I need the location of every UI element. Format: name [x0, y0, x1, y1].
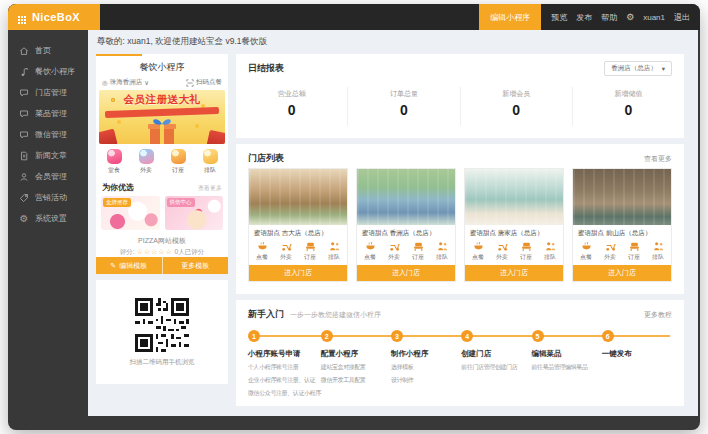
qr-caption: 扫描二维码用手机浏览 [130, 358, 195, 367]
category-reserve[interactable]: 订座 [162, 149, 194, 175]
sidebar-item-restaurant-miniprogram[interactable]: 餐饮小程序 [8, 61, 88, 82]
bowl-icon [365, 241, 376, 252]
guide-subtitle: 一步一步教您搭建微信小程序 [290, 310, 381, 320]
step-circle: 1 [248, 330, 260, 342]
service-order[interactable]: 点餐 [466, 241, 490, 262]
sidebar-item-news-articles[interactable]: 新闻文章 [8, 145, 88, 166]
more-templates-button[interactable]: 更多模板 [163, 257, 229, 274]
enter-store-button[interactable]: 进入门店 [357, 265, 455, 281]
sidebar-item-wechat-management[interactable]: 微信管理 [8, 124, 88, 145]
category-dine-in[interactable]: 堂食 [98, 149, 130, 175]
edit-template-button[interactable]: ✎ 编辑模板 [96, 257, 163, 274]
service-order[interactable]: 点餐 [574, 241, 598, 262]
guide-more-link[interactable]: 更多教程 [644, 310, 672, 320]
location-pin-icon: ◎ [102, 79, 108, 87]
service-label: 外卖 [382, 253, 406, 262]
daily-report-card: 日结报表 香洲店（总店） ▾ 营业总额 0 订单总量 0 新增会员 0 [236, 54, 684, 138]
service-delivery[interactable]: 外卖 [490, 241, 514, 262]
picks-header: 为你优选 查看更多 [96, 178, 228, 196]
chat-bubble-icon [19, 130, 29, 140]
enter-store-button[interactable]: 进入门店 [573, 265, 671, 281]
enter-store-button[interactable]: 进入门店 [465, 265, 563, 281]
location-selector[interactable]: ◎ 珠海香洲店 ∨ [102, 78, 149, 87]
sidebar-item-store-management[interactable]: 门店管理 [8, 82, 88, 103]
stat-new-deposits: 新增储值 0 [573, 87, 684, 126]
sidebar-item-dish-management[interactable]: 菜品管理 [8, 103, 88, 124]
service-row: 点餐 外卖 订座 排队 [573, 239, 671, 265]
sidebar-item-label: 微信管理 [35, 129, 67, 140]
step-items: 个人小程序账号注册 企业小程序账号注册、认证 微信公众号注册、认证小程序 [248, 363, 321, 398]
top-nav: 预览 发布 帮助 ⚙ xuan1 退出 [541, 4, 700, 30]
category-label: 堂食 [98, 166, 130, 175]
sidebar-item-marketing[interactable]: 营销活动 [8, 187, 88, 208]
guide-header: 新手入门 一步一步教您搭建微信小程序 更多教程 [236, 300, 684, 321]
category-queue[interactable]: 排队 [194, 149, 226, 175]
step-item: 选择模板 [391, 363, 461, 372]
service-order[interactable]: 点餐 [250, 241, 274, 262]
sidebar-item-member-management[interactable]: 会员管理 [8, 166, 88, 187]
scan-label: 扫码点餐 [196, 78, 222, 87]
service-queue[interactable]: 排队 [538, 241, 562, 262]
service-reserve[interactable]: 订座 [622, 241, 646, 262]
report-title: 日结报表 [248, 62, 284, 75]
service-label: 外卖 [274, 253, 298, 262]
queue-icon [545, 241, 556, 252]
pick-card[interactable]: 金牌推荐 [101, 196, 160, 230]
store-name: 蜜语甜点 吉大店（总店） [249, 225, 347, 239]
category-label: 外卖 [130, 166, 162, 175]
fruit-tea-icon [171, 149, 186, 164]
scooter-icon [389, 241, 400, 252]
step-item: 企业小程序账号注册、认证 [248, 376, 321, 385]
stat-orders: 订单总量 0 [348, 87, 460, 126]
app-window: NiceBoX 编辑小程序 预览 发布 帮助 ⚙ xuan1 退出 首页 餐饮小… [8, 4, 700, 430]
enter-store-button[interactable]: 进入门店 [249, 265, 347, 281]
home-icon [19, 46, 29, 56]
sidebar-item-home[interactable]: 首页 [8, 40, 88, 61]
store-filter-dropdown[interactable]: 香洲店（总店） ▾ [604, 61, 672, 76]
pick-card[interactable]: 烘焙中心 [165, 196, 224, 230]
service-delivery[interactable]: 外卖 [382, 241, 406, 262]
service-reserve[interactable]: 订座 [298, 241, 322, 262]
step-title: 一键发布 [602, 349, 672, 359]
username[interactable]: xuan1 [643, 13, 665, 22]
phone-location-row: ◎ 珠海香洲店 ∨ 扫码点餐 [96, 74, 228, 90]
bottle-icon [139, 149, 154, 164]
steps-timeline: 1 小程序账号申请 个人小程序账号注册 企业小程序账号注册、认证 微信公众号注册… [248, 330, 672, 398]
stores-more-link[interactable]: 查看更多 [644, 154, 672, 164]
edit-template-label: 编辑模板 [119, 261, 147, 271]
service-delivery[interactable]: 外卖 [274, 241, 298, 262]
service-reserve[interactable]: 订座 [406, 241, 430, 262]
gear-icon[interactable]: ⚙ [626, 12, 634, 22]
red-envelope-icon [99, 129, 118, 144]
topnav-publish[interactable]: 发布 [576, 12, 592, 23]
store-card: 蜜语甜点 前山店（总店） 点餐 外卖 订座 [572, 168, 672, 282]
picks-more-link[interactable]: 查看更多 [198, 184, 222, 193]
service-order[interactable]: 点餐 [358, 241, 382, 262]
step-item: 建站宝盒对接配置 [321, 363, 391, 372]
service-reserve[interactable]: 订座 [514, 241, 538, 262]
scooter-icon [605, 241, 616, 252]
service-queue[interactable]: 排队 [430, 241, 454, 262]
promo-banner[interactable]: 会员注册送大礼 [99, 90, 225, 144]
edit-miniprogram-button[interactable]: 编辑小程序 [479, 4, 541, 30]
store-filter-value: 香洲店（总店） [611, 64, 657, 73]
sidebar-item-system-settings[interactable]: ⚙ 系统设置 [8, 208, 88, 229]
step-items: 建站宝盒对接配置 微信开发工具配置 [321, 363, 391, 385]
step-items: 前往门店管理创建门店 [461, 363, 531, 372]
service-label: 排队 [646, 253, 670, 262]
service-label: 排队 [538, 253, 562, 262]
topnav-help[interactable]: 帮助 [601, 12, 617, 23]
service-queue[interactable]: 排队 [646, 241, 670, 262]
sidebar-item-label: 首页 [35, 45, 51, 56]
scan-order-button[interactable]: 扫码点餐 [186, 78, 222, 87]
qr-card: 扫描二维码用手机浏览 [96, 280, 228, 384]
service-delivery[interactable]: 外卖 [598, 241, 622, 262]
service-label: 外卖 [490, 253, 514, 262]
service-queue[interactable]: 排队 [322, 241, 346, 262]
chat-bubble-icon [19, 109, 29, 119]
stat-value: 0 [461, 102, 572, 118]
topnav-preview[interactable]: 预览 [551, 12, 567, 23]
logout-button[interactable]: 退出 [674, 12, 690, 23]
stat-label: 新增储值 [573, 89, 684, 99]
category-takeout[interactable]: 外卖 [130, 149, 162, 175]
